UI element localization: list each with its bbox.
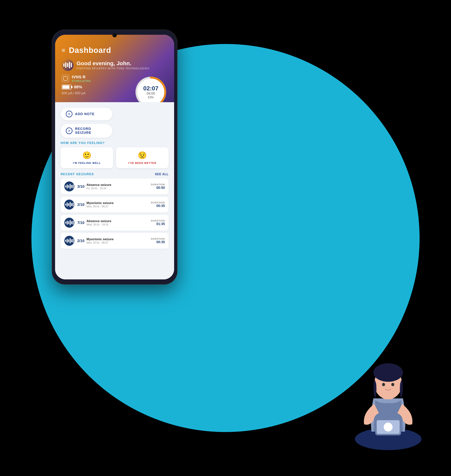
feeling-bad-icon: 😟 xyxy=(138,151,147,160)
feeling-section-label: HOW ARE YOU FEELING? xyxy=(61,141,169,145)
feeling-row: 🙂 I'M FEELING WELL 😟 I'VE BEEN BETTER xyxy=(61,147,169,168)
battery-percentage: 88% xyxy=(74,85,82,89)
wave-icon xyxy=(65,202,74,207)
device-info: tVNS R STIMULATING xyxy=(72,75,91,82)
seizure-type: Absence seizure xyxy=(87,219,151,223)
wave-bar xyxy=(67,239,68,243)
seizure-item[interactable]: 2/10 Myoclonic seizure Mon, 25.01 - 08:3… xyxy=(61,233,169,249)
wave-icon xyxy=(65,238,74,243)
seizures-header: RECENT SEIZURES SEE ALL xyxy=(61,173,169,176)
seizure-type: Myoclonic seizure xyxy=(87,237,151,241)
avatar-waves xyxy=(63,62,72,68)
svg-point-6 xyxy=(373,363,403,382)
battery-fill xyxy=(63,85,69,89)
seizure-date: Fri, 29.01 - 19:16 xyxy=(87,187,151,190)
seizures-section-label: RECENT SEIZURES xyxy=(61,173,94,176)
wave-bar xyxy=(67,221,68,225)
seizure-wave-icon xyxy=(64,218,74,228)
wave-bar xyxy=(67,203,68,207)
duration-label: DURATION xyxy=(151,237,165,240)
avatar xyxy=(62,59,74,71)
seizure-duration: DURATION 00:35 xyxy=(151,201,165,208)
timer-percentage: 53% xyxy=(143,96,158,99)
seizure-item[interactable]: 2/10 Myoclonic seizure Mon, 25.01 - 08:3… xyxy=(61,197,169,212)
seizure-duration: DURATION 00:50 xyxy=(151,183,165,190)
add-note-button[interactable]: + ADD NOTE xyxy=(61,108,112,120)
duration-value: 01:35 xyxy=(151,222,165,226)
duration-value: 00:35 xyxy=(151,240,165,244)
seizure-score: 3/10 xyxy=(77,184,87,189)
device-icon-inner xyxy=(63,76,68,80)
person-illustration xyxy=(344,347,432,454)
device-status: STIMULATING xyxy=(72,80,91,82)
wave-bar xyxy=(68,203,69,206)
wave-bar xyxy=(65,204,66,205)
seizure-date: Mon, 25.01 - 08:37 xyxy=(87,205,151,208)
wave-bar xyxy=(68,185,69,188)
seizure-score: 2/10 xyxy=(77,239,87,243)
wave-bar xyxy=(73,203,74,206)
wave-bar xyxy=(65,222,66,224)
svg-point-8 xyxy=(391,383,394,386)
wave-bar-3 xyxy=(67,63,68,67)
duration-label: DURATION xyxy=(151,183,165,186)
wave-bar-5 xyxy=(71,63,72,67)
feeling-bad-label: I'VE BEEN BETTER xyxy=(128,161,157,164)
record-seizure-button[interactable]: + RECORD SEIZURE xyxy=(61,124,112,138)
user-subtitle: FIGHTING EPILEPSY WITH TVNS TECHNOLOGIES xyxy=(76,67,149,70)
person-svg xyxy=(344,347,432,454)
seizure-duration: DURATION 01:35 xyxy=(151,219,165,226)
wave-bar xyxy=(68,240,69,242)
timer-current: 02:07 xyxy=(143,85,158,92)
timer-total: 04:00 xyxy=(143,92,158,96)
wave-bar xyxy=(73,239,74,243)
header-top-bar: ≡ Dashboard xyxy=(62,46,168,55)
seizure-item[interactable]: 3/10 Absence seizure Fri, 29.01 - 19:16 … xyxy=(61,179,169,194)
svg-point-7 xyxy=(382,383,385,386)
seizure-date: Mon, 25.01 - 08:37 xyxy=(87,241,151,244)
wave-bar xyxy=(65,240,66,242)
see-all-button[interactable]: SEE ALL xyxy=(155,173,169,176)
wave-bar xyxy=(71,203,72,206)
wave-bar xyxy=(70,184,71,189)
seizure-type: Myoclonic seizure xyxy=(87,201,151,205)
seizure-wave-icon xyxy=(64,236,74,246)
battery-icon xyxy=(62,85,71,89)
wave-bar-2 xyxy=(65,62,66,68)
wave-bar-4 xyxy=(69,62,70,68)
timer-text: 02:07 04:00 53% xyxy=(143,85,158,99)
wave-bar-1 xyxy=(63,63,64,67)
seizure-details: Absence seizure Wed, 20.01 - 16:32 xyxy=(87,219,151,226)
seizure-duration: DURATION 00:35 xyxy=(151,237,165,244)
duration-value: 00:50 xyxy=(151,186,165,190)
wave-bar xyxy=(70,202,71,207)
wave-bar xyxy=(70,238,71,243)
wave-bar xyxy=(67,184,68,188)
seizure-wave-icon xyxy=(64,200,74,210)
seizure-score: 7/10 xyxy=(77,221,87,225)
duration-label: DURATION xyxy=(151,201,165,204)
content-area: + ADD NOTE + RECORD SEIZURE HOW ARE YOU … xyxy=(55,102,174,279)
add-note-label: ADD NOTE xyxy=(75,112,95,116)
device-icon xyxy=(62,75,69,82)
wave-bar xyxy=(73,185,74,188)
add-note-icon: + xyxy=(66,111,72,117)
feeling-bad-button[interactable]: 😟 I'VE BEEN BETTER xyxy=(116,147,169,168)
wave-icon xyxy=(65,184,74,189)
phone-camera xyxy=(112,33,117,37)
seizure-date: Wed, 20.01 - 16:32 xyxy=(87,223,151,226)
scene: ≡ Dashboard xyxy=(0,0,451,476)
wave-bar xyxy=(71,185,72,188)
hamburger-icon[interactable]: ≡ xyxy=(62,47,65,53)
phone-wrapper: ≡ Dashboard xyxy=(52,30,177,284)
wave-bar xyxy=(71,221,72,224)
svg-point-11 xyxy=(384,423,393,432)
wave-bar xyxy=(71,239,72,242)
user-row: Good evening, John. FIGHTING EPILEPSY WI… xyxy=(62,59,168,71)
feeling-well-button[interactable]: 🙂 I'M FEELING WELL xyxy=(61,147,113,168)
wave-bar xyxy=(73,221,74,224)
seizure-item[interactable]: 7/10 Absence seizure Wed, 20.01 - 16:32 … xyxy=(61,215,169,231)
header-gradient: ≡ Dashboard xyxy=(55,35,174,105)
phone-frame: ≡ Dashboard xyxy=(52,30,177,284)
duration-label: DURATION xyxy=(151,219,165,222)
